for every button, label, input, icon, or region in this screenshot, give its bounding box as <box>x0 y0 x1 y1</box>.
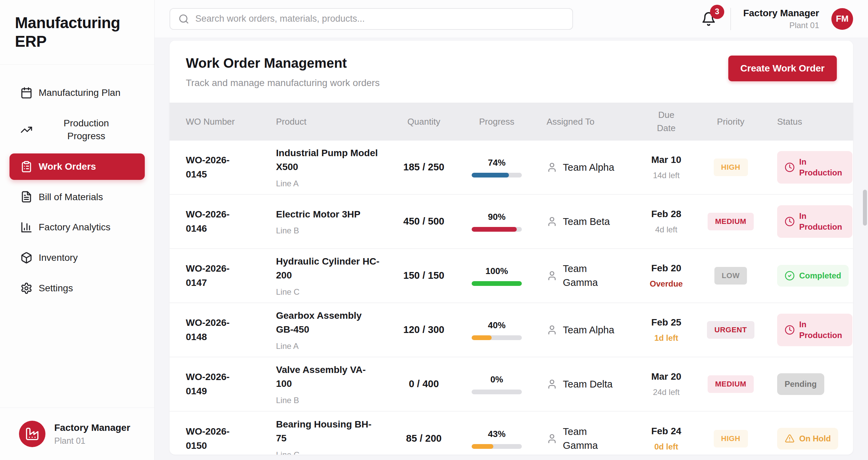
assigned-team: Team Beta <box>563 215 610 229</box>
wo-number: WO-2026-0146 <box>186 207 244 236</box>
search-icon <box>178 14 189 24</box>
sidebar-item-inventory[interactable]: Inventory <box>9 245 145 271</box>
column-header: Quantity <box>390 115 458 128</box>
product-name: Gearbox Assembly GB-450 <box>276 309 379 336</box>
due-date: Mar 10 <box>651 154 682 165</box>
status-badge: In Production <box>777 314 852 347</box>
progress-percent: 43% <box>488 429 506 439</box>
assigned-team: Team Gamma <box>563 425 614 452</box>
quantity: 450 / 500 <box>403 214 445 229</box>
quantity: 185 / 250 <box>403 160 445 175</box>
progress-bar <box>472 281 522 286</box>
create-work-order-button[interactable]: Create Work Order <box>728 56 837 81</box>
column-header: Priority <box>695 115 766 128</box>
status-label: Pending <box>785 379 817 390</box>
clock-icon <box>785 325 795 335</box>
status-badge: In Production <box>777 151 852 184</box>
sidebar-footer[interactable]: Factory Manager Plant 01 <box>0 407 154 460</box>
due-date: Mar 20 <box>651 371 682 382</box>
production-line: Line C <box>276 287 390 297</box>
topbar-user-name: Factory Manager <box>743 8 819 19</box>
priority-badge: HIGH <box>714 430 748 447</box>
progress-percent: 40% <box>488 320 506 331</box>
content: Work Order Management Track and manage m… <box>155 38 868 460</box>
status-badge: In Production <box>777 205 852 238</box>
status-badge: Pending <box>777 373 824 395</box>
table-row[interactable]: WO-2026-0150 Bearing Housing BH-75 Line … <box>170 412 853 455</box>
priority-badge: MEDIUM <box>708 213 754 230</box>
work-orders-card: Work Order Management Track and manage m… <box>170 41 853 455</box>
product-name: Industrial Pump Model X500 <box>276 146 379 174</box>
sidebar-item-production-progress[interactable]: Production Progress <box>9 110 145 149</box>
quantity: 120 / 300 <box>403 322 445 337</box>
alert-triangle-icon <box>785 434 795 444</box>
progress-bar-fill <box>472 227 517 232</box>
table-row[interactable]: WO-2026-0147 Hydraulic Cylinder HC-200 L… <box>170 249 853 303</box>
sidebar-item-manufacturing-plan[interactable]: Manufacturing Plan <box>9 80 145 106</box>
user-avatar[interactable]: FM <box>831 8 853 30</box>
sidebar-item-work-orders[interactable]: Work Orders <box>9 153 145 180</box>
progress-bar <box>472 444 522 449</box>
assigned-team: Team Alpha <box>563 323 614 337</box>
sidebar-item-label: Bill of Materials <box>39 191 134 204</box>
user-icon <box>547 270 557 281</box>
table-row[interactable]: WO-2026-0146 Electric Motor 3HP Line B 4… <box>170 195 853 249</box>
notifications-button[interactable]: 3 <box>699 9 718 28</box>
product-name: Electric Motor 3HP <box>276 208 379 222</box>
sidebar-item-label: Manufacturing Plan <box>39 86 134 99</box>
table-row[interactable]: WO-2026-0149 Valve Assembly VA-100 Line … <box>170 357 853 412</box>
footer-user-plant: Plant 01 <box>54 436 130 446</box>
factory-icon <box>25 427 39 441</box>
footer-user-name: Factory Manager <box>54 422 130 433</box>
assigned-team: Team Gamma <box>563 262 614 289</box>
page-title: Work Order Management <box>186 56 380 71</box>
gear-icon <box>20 282 33 294</box>
product-name: Bearing Housing BH-75 <box>276 418 379 445</box>
sidebar-item-bill-of-materials[interactable]: Bill of Materials <box>9 184 145 210</box>
wo-number: WO-2026-0150 <box>186 424 244 453</box>
progress-bar <box>472 227 522 232</box>
sidebar-item-label: Settings <box>39 282 134 295</box>
app-title: Manufacturing ERP <box>15 14 139 51</box>
sidebar-item-settings[interactable]: Settings <box>9 275 145 301</box>
production-line: Line A <box>276 179 390 188</box>
status-label: In Production <box>799 156 845 179</box>
sidebar: Manufacturing ERP Manufacturing Plan Pro… <box>0 0 155 460</box>
clock-icon <box>785 216 795 227</box>
clipboard-list-icon <box>20 161 33 173</box>
progress-percent: 0% <box>490 374 503 385</box>
due-note: 4d left <box>655 225 677 234</box>
product-name: Hydraulic Cylinder HC-200 <box>276 255 379 282</box>
due-note: 14d left <box>653 171 680 180</box>
table-body: WO-2026-0145 Industrial Pump Model X500 … <box>170 141 853 455</box>
progress-bar <box>472 390 522 394</box>
scrollbar-thumb[interactable] <box>863 190 867 226</box>
calendar-icon <box>20 87 33 99</box>
column-header: Assigned To <box>536 115 637 128</box>
user-icon <box>547 379 557 390</box>
topbar-user-plant: Plant 01 <box>743 21 819 30</box>
due-note: 0d left <box>654 442 678 452</box>
bar-chart-icon <box>20 221 33 233</box>
sidebar-item-label: Factory Analytics <box>39 221 134 234</box>
table-row[interactable]: WO-2026-0145 Industrial Pump Model X500 … <box>170 141 853 195</box>
sidebar-item-label: Production Progress <box>47 117 126 143</box>
notification-badge: 3 <box>710 5 724 19</box>
priority-badge: URGENT <box>707 321 754 339</box>
status-label: Completed <box>799 270 841 281</box>
table-row[interactable]: WO-2026-0148 Gearbox Assembly GB-450 Lin… <box>170 303 853 357</box>
user-icon <box>547 216 557 227</box>
due-date: Feb 28 <box>651 209 682 219</box>
priority-badge: MEDIUM <box>708 375 754 393</box>
sidebar-item-label: Inventory <box>39 251 134 264</box>
priority-badge: HIGH <box>714 159 748 176</box>
sidebar-item-factory-analytics[interactable]: Factory Analytics <box>9 214 145 241</box>
search-input[interactable] <box>195 14 564 24</box>
progress-bar <box>472 173 522 177</box>
wo-number: WO-2026-0145 <box>186 153 244 182</box>
user-icon <box>547 433 557 444</box>
assigned-team: Team Alpha <box>563 161 614 174</box>
due-date: Feb 20 <box>651 263 682 274</box>
search-bar[interactable] <box>170 8 573 30</box>
wo-number: WO-2026-0149 <box>186 370 244 398</box>
